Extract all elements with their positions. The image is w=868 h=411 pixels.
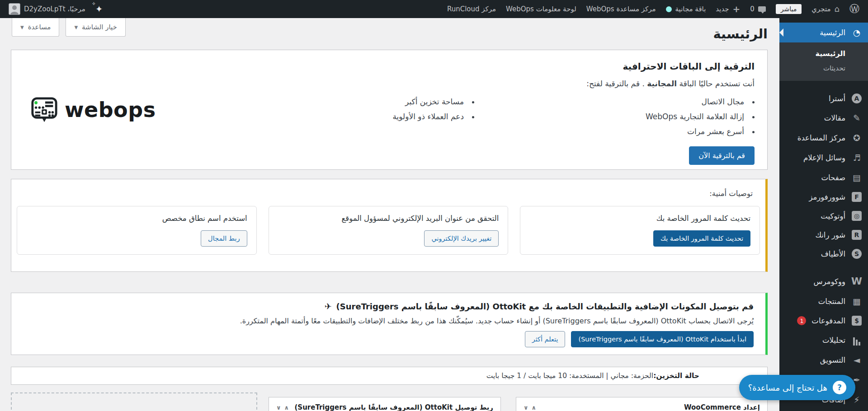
sidebar-item-ottokit[interactable]: ◎ أوتوكيت: [779, 206, 868, 225]
sidebar-item-help-center[interactable]: ✪ مركز المساعدة: [779, 128, 868, 148]
product-box-icon: ▦: [851, 296, 863, 307]
security-heading: توصيات أمنية:: [24, 189, 753, 198]
sidebar-item-label: مقالات: [824, 114, 845, 122]
sidebar-item-label: شور رانك: [815, 231, 845, 239]
question-mark-icon: ?: [833, 381, 846, 394]
chevron-down-icon: ▼: [74, 25, 78, 30]
webops-help-center-label: مركز مساعدة WebOps: [586, 5, 656, 13]
submenu-item-updates[interactable]: تحديثات: [779, 61, 868, 75]
feature-item: أسرع بعشر مرات: [474, 127, 755, 136]
help-tab[interactable]: مساعدة ▼: [12, 18, 59, 37]
upgrade-now-button[interactable]: قم بالترقية الآن: [689, 146, 755, 165]
move-down-icon[interactable]: ∨: [276, 404, 281, 411]
comment-bubble-icon: [758, 6, 766, 12]
avatar: [9, 3, 20, 15]
sidebar-item-sureforms[interactable]: F شوورفورمز: [779, 187, 868, 206]
ai-assistant-item[interactable]: ✦✧: [90, 0, 108, 18]
webops-dashboard-label: لوحة معلومات WebOps: [506, 5, 576, 13]
features-column-2: مساحة تخزين أكبر دعم العملاء ذو الأولوية: [392, 97, 474, 142]
site-link[interactable]: ⌂ متجري: [807, 0, 844, 18]
sidebar-item-label: أسترا: [829, 94, 845, 103]
domain-card: استخدم اسم نطاق مخصص ربط المجال: [17, 206, 257, 255]
ottokit-buttons: ابدأ باستخدام OttoKit (المعروف سابقًا با…: [23, 331, 754, 347]
sidebar-item-home[interactable]: ◔ الرئيسية: [779, 23, 868, 42]
password-card-title: تحديث كلمة المرور الخاصة بك: [529, 214, 750, 223]
plan-status-dot-icon: [666, 6, 672, 12]
ottokit-panel: قم بتوصيل المكونات الإضافية والتطبيقات ا…: [11, 293, 768, 355]
sidebar-item-spectra[interactable]: S الأطياف: [779, 244, 868, 263]
runcloud-label: مركز RunCloud: [447, 5, 496, 13]
submenu-item-home[interactable]: الرئيسية: [779, 46, 868, 61]
admin-sidebar: ◔ الرئيسية الرئيسية تحديثات A أسترا ✎ مق…: [779, 18, 868, 411]
sureforms-icon: F: [852, 192, 862, 202]
connect-domain-button[interactable]: ربط المجال: [201, 230, 247, 247]
sidebar-item-label: أوتوكيت: [821, 212, 845, 220]
sidebar-item-media[interactable]: ♬ وسائل الإعلام: [779, 148, 868, 168]
sidebar-item-woocommerce[interactable]: W ووكومرس: [779, 271, 868, 291]
plan-item[interactable]: باقة مجانية: [661, 0, 711, 18]
ottokit-connect-metabox: ربط توصيل OttoKit (المعروف سابقًا باسم S…: [269, 397, 501, 411]
runcloud-item[interactable]: مركز RunCloud: [442, 0, 501, 18]
woocommerce-setup-header[interactable]: إعداد WooCommerce ∧ ∨: [516, 397, 767, 411]
admin-bar-end-group: ✦✧ مرحبًا، D2yZooLpTt: [4, 0, 108, 18]
move-down-icon[interactable]: ∨: [524, 404, 528, 411]
bar-chart-icon: [851, 335, 863, 346]
sidebar-item-label: ووكومرس: [814, 277, 845, 286]
screen-options-tab[interactable]: خيار الشاشة ▼: [66, 18, 125, 37]
help-tab-label: مساعدة: [28, 23, 51, 31]
account-item[interactable]: مرحبًا، D2yZooLpTt: [4, 0, 90, 18]
comments-item[interactable]: 0: [745, 0, 771, 18]
sidebar-item-analytics[interactable]: تحليلات: [779, 330, 868, 350]
ottokit-title: قم بتوصيل المكونات الإضافية والتطبيقات ا…: [23, 301, 754, 311]
media-icon: ♬: [851, 152, 863, 163]
new-label: جديد: [716, 5, 729, 13]
webops-help-center-item[interactable]: مركز مساعدة WebOps: [581, 0, 661, 18]
comments-count: 0: [750, 5, 755, 13]
menu-separator: [779, 263, 868, 271]
ottokit-connect-title: ربط توصيل OttoKit (المعروف سابقًا باسم S…: [294, 403, 493, 411]
sidebar-item-label: الأطياف: [821, 250, 845, 258]
need-help-button[interactable]: ? هل تحتاج إلى مساعدة؟: [739, 375, 855, 400]
webops-dashboard-item[interactable]: لوحة معلومات WebOps: [501, 0, 581, 18]
sidebar-item-marketing[interactable]: ◄ التسويق: [779, 350, 868, 370]
astra-icon: A: [852, 93, 862, 103]
pushpin-icon: ✎: [851, 112, 863, 123]
lifering-icon: ✪: [851, 132, 863, 143]
menu-separator: [779, 81, 868, 89]
ottokit-icon: ◎: [852, 211, 862, 221]
woocommerce-setup-title: إعداد WooCommerce: [684, 403, 760, 411]
update-password-button[interactable]: تحديث كلمة المرور الخاصة بك: [653, 230, 750, 247]
new-content-item[interactable]: + جديد: [711, 0, 745, 18]
metabox-order-arrows: ∧ ∨: [524, 404, 536, 411]
learn-more-button[interactable]: يتعلم أكثر: [525, 331, 566, 347]
live-mode-item[interactable]: مباشر: [771, 0, 807, 18]
sidebar-item-products[interactable]: ▦ المنتجات: [779, 291, 868, 311]
change-email-button[interactable]: تغيير بريدك الإلكتروني: [424, 230, 499, 247]
sidebar-item-label: شوورفورمز: [809, 193, 845, 201]
site-name: متجري: [811, 5, 830, 13]
home-icon: ⌂: [835, 5, 840, 13]
ottokit-start-button[interactable]: ابدأ باستخدام OttoKit (المعروف سابقًا با…: [571, 331, 754, 347]
metabox-drop-zone: [11, 392, 257, 411]
plug-icon: ⚡: [851, 394, 863, 405]
sidebar-item-surerank[interactable]: R شور رانك: [779, 225, 868, 244]
ottokit-connect-header[interactable]: ربط توصيل OttoKit (المعروف سابقًا باسم S…: [269, 397, 500, 411]
feature-item: إزالة العلامة التجارية WebOps: [474, 112, 755, 121]
move-up-icon[interactable]: ∧: [284, 404, 289, 411]
sidebar-item-astra[interactable]: A أسترا: [779, 89, 868, 108]
wordpress-menu[interactable]: Ⓦ: [844, 0, 864, 18]
upgrade-panel: الترقية إلى الباقات الاحترافية أنت تستخد…: [11, 50, 768, 170]
sidebar-item-label: وسائل الإعلام: [803, 154, 845, 162]
password-card: تحديث كلمة المرور الخاصة بك تحديث كلمة ا…: [520, 206, 760, 255]
payments-count-badge: 1: [797, 316, 806, 325]
plane-icon: ✈: [325, 301, 332, 311]
webops-logo: webops: [30, 96, 156, 124]
feature-item: مساحة تخزين أكبر: [392, 97, 474, 106]
sidebar-item-payments[interactable]: $ المدفوعات 1: [779, 311, 868, 330]
sidebar-item-pages[interactable]: ▤ صفحات: [779, 168, 868, 187]
feature-item: مجال الاتصال: [474, 97, 755, 106]
move-up-icon[interactable]: ∧: [532, 404, 537, 411]
need-help-label: هل تحتاج إلى مساعدة؟: [748, 383, 827, 392]
sidebar-item-posts[interactable]: ✎ مقالات: [779, 108, 868, 128]
main-content: خيار الشاشة ▼ مساعدة ▼ الرئيسية الترقية …: [0, 18, 779, 411]
